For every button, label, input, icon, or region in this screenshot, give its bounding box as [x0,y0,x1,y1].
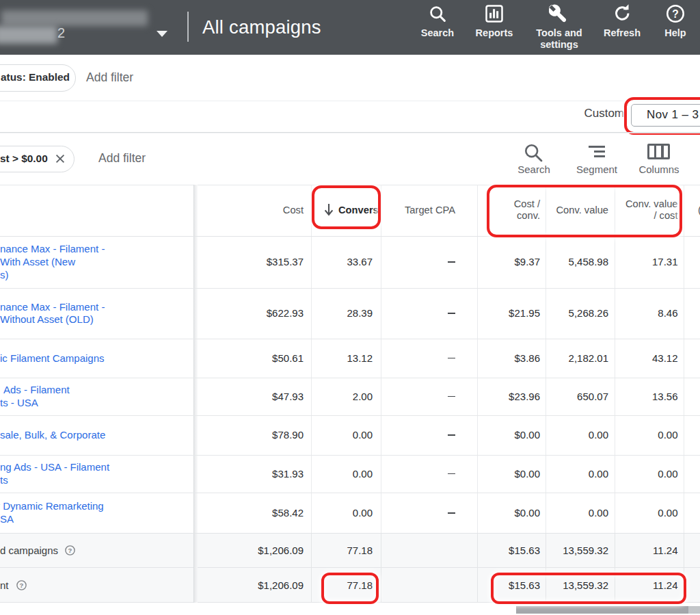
svg-text:?: ? [68,547,72,554]
svg-text:?: ? [672,8,679,20]
svg-text:?: ? [20,581,24,589]
